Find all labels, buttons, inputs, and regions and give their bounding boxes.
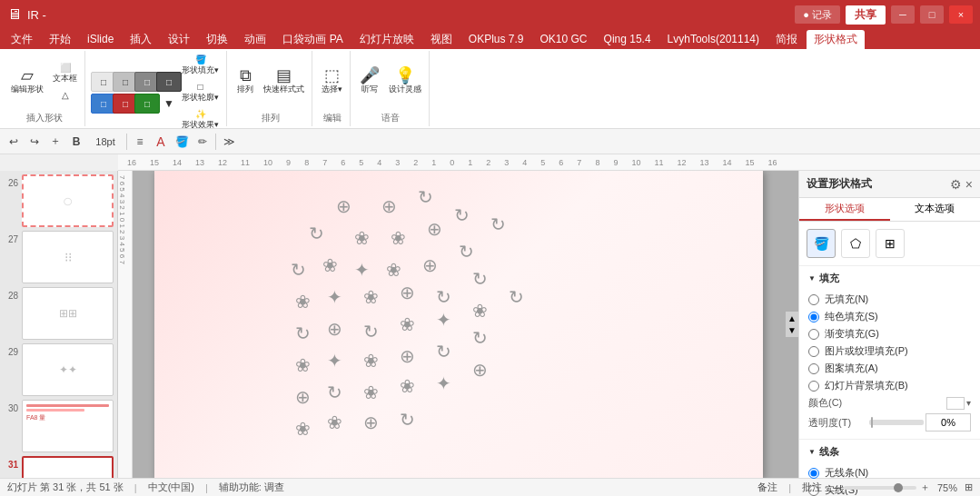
quick-styles-btn[interactable]: ▤ 快速样式式 xyxy=(260,55,308,109)
toolbar-line-color[interactable]: ✏ xyxy=(193,132,213,152)
canvas-shape-12[interactable]: ⊕ xyxy=(422,256,438,274)
canvas-area[interactable]: 7 6 5 4 3 2 1 0 1 2 3 4 5 6 7 ⊕⊕↻↻❀❀⊕↻↻❀… xyxy=(118,171,798,478)
canvas-shape-30[interactable]: ❀ xyxy=(363,352,379,370)
menu-brief[interactable]: 简报 xyxy=(768,30,805,49)
toolbar-align-left[interactable]: ≡ xyxy=(130,132,150,152)
canvas-shape-42[interactable]: ⊕ xyxy=(363,413,379,432)
canvas-shape-9[interactable]: ❀ xyxy=(322,256,338,274)
canvas-shape-38[interactable]: ✦ xyxy=(436,374,451,392)
menu-design[interactable]: 设计 xyxy=(161,30,197,49)
listen-btn[interactable]: 🎤 听写 xyxy=(356,55,383,109)
slide-thumb-26[interactable]: 26 ○ xyxy=(4,174,114,227)
canvas-shape-27[interactable]: ↻ xyxy=(509,288,524,306)
canvas-shape-2[interactable]: ↻ xyxy=(418,188,433,206)
solid-fill-radio[interactable] xyxy=(808,312,819,322)
slide-img-28[interactable]: ⊞⊞ xyxy=(22,287,114,340)
slide-thumb-28[interactable]: 28 ⊞⊞ xyxy=(4,287,114,340)
toolbar-redo[interactable]: ↪ xyxy=(25,132,45,152)
zoom-in-btn[interactable]: ＋ xyxy=(920,481,930,494)
toolbar-font-size[interactable]: 18pt xyxy=(87,132,124,152)
slide-thumb-27[interactable]: 27 ⁝⁝ xyxy=(4,231,114,283)
picture-fill-radio[interactable] xyxy=(808,346,819,357)
canvas-shape-37[interactable]: ❀ xyxy=(400,377,415,395)
canvas-shape-39[interactable]: ⊕ xyxy=(472,361,488,379)
notes-btn[interactable]: 备注 xyxy=(754,478,781,497)
canvas-shape-43[interactable]: ↻ xyxy=(400,411,415,429)
minimize-button[interactable]: ─ xyxy=(891,5,915,24)
menu-start[interactable]: 开始 xyxy=(42,30,78,49)
ribbon-text-box[interactable]: ⬜ 文本框 xyxy=(49,61,81,86)
record-button[interactable]: ● 记录 xyxy=(795,5,840,24)
fit-screen-btn[interactable]: ⊞ xyxy=(965,481,973,493)
slide-img-30[interactable]: FA8 量 xyxy=(22,400,114,452)
slide-thumb-31[interactable]: 31 ❀❀❀ xyxy=(4,456,114,478)
color-swatch[interactable] xyxy=(946,397,965,410)
menu-transition[interactable]: 切换 xyxy=(199,30,235,49)
transparency-slider[interactable] xyxy=(869,420,924,425)
panel-tab-shape[interactable]: 形状选项 xyxy=(799,198,890,221)
canvas-shape-22[interactable]: ⊕ xyxy=(327,320,342,338)
zoom-out-btn[interactable]: ─ xyxy=(833,482,840,493)
menu-file[interactable]: 文件 xyxy=(4,30,40,49)
slide-img-27[interactable]: ⁝⁝ xyxy=(22,231,114,283)
canvas-shape-7[interactable]: ↻ xyxy=(454,206,470,224)
canvas-shape-5[interactable]: ❀ xyxy=(391,229,406,247)
canvas-shape-40[interactable]: ❀ xyxy=(295,420,311,438)
panel-close-btn[interactable]: × xyxy=(965,177,973,192)
canvas-shape-11[interactable]: ❀ xyxy=(386,261,401,279)
menu-okplus[interactable]: OKPlus 7.9 xyxy=(461,31,531,47)
canvas-shape-14[interactable]: ↻ xyxy=(490,215,506,233)
close-button[interactable]: × xyxy=(949,5,973,24)
panel-icon-fill[interactable]: 🪣 xyxy=(807,229,836,258)
panel-settings-icon[interactable]: ⚙ xyxy=(950,177,962,192)
canvas-shape-19[interactable]: ↻ xyxy=(436,288,451,306)
toolbar-undo[interactable]: ↩ xyxy=(4,132,24,152)
canvas-shape-36[interactable]: ❀ xyxy=(363,383,379,402)
toolbar-more[interactable]: ≫ xyxy=(219,132,239,152)
canvas-shape-41[interactable]: ❀ xyxy=(327,413,342,432)
arrange-btn[interactable]: ⧉ 排列 xyxy=(233,55,258,109)
canvas-shape-25[interactable]: ✦ xyxy=(436,311,451,329)
slide-img-29[interactable]: ✦✦ xyxy=(22,343,114,396)
toolbar-bold[interactable]: B xyxy=(66,132,86,152)
share-button[interactable]: 共享 xyxy=(846,5,886,25)
canvas-shape-29[interactable]: ✦ xyxy=(327,352,342,370)
canvas-shape-33[interactable]: ↻ xyxy=(472,329,488,347)
menu-ok10[interactable]: OK10 GC xyxy=(533,31,595,47)
canvas-shape-6[interactable]: ⊕ xyxy=(427,220,442,238)
menu-animation[interactable]: 动画 xyxy=(237,30,273,49)
shape-outline-btn[interactable]: □ 形状轮廓▾ xyxy=(178,80,223,105)
canvas-shape-1[interactable]: ⊕ xyxy=(381,197,397,215)
pattern-fill-radio[interactable] xyxy=(808,363,819,374)
slide-panel[interactable]: 26 ○ 27 ⁝⁝ 28 ⊞⊞ 29 ✦✦ 30 xyxy=(0,171,118,478)
slide-thumb-30[interactable]: 30 FA8 量 xyxy=(4,400,114,452)
canvas-shape-3[interactable]: ↻ xyxy=(309,224,324,243)
menu-islide[interactable]: iSlide xyxy=(80,31,121,47)
menu-lvyh[interactable]: LvyhTools(201114) xyxy=(660,31,767,47)
slide-thumb-29[interactable]: 29 ✦✦ xyxy=(4,343,114,396)
design-btn[interactable]: 💡 设计灵感 xyxy=(385,55,425,109)
shape-fill-btn[interactable]: 🪣 形状填充▾ xyxy=(178,53,223,78)
slide-bg-fill-radio[interactable] xyxy=(808,381,819,392)
canvas-shape-26[interactable]: ❀ xyxy=(472,302,488,320)
canvas-shape-21[interactable]: ↻ xyxy=(295,324,311,342)
menu-slideshow[interactable]: 幻灯片放映 xyxy=(352,30,421,49)
canvas-shape-24[interactable]: ❀ xyxy=(400,315,415,333)
menu-shape-format[interactable]: 形状格式 xyxy=(807,30,865,49)
menu-qing[interactable]: Qing 15.4 xyxy=(597,31,658,47)
canvas-shape-23[interactable]: ↻ xyxy=(363,322,379,341)
canvas-shape-16[interactable]: ✦ xyxy=(327,288,342,306)
color-dropdown-btn[interactable]: ▾ xyxy=(966,398,971,408)
canvas-shape-4[interactable]: ❀ xyxy=(354,229,370,247)
canvas-shape-18[interactable]: ⊕ xyxy=(400,283,415,302)
canvas-shape-35[interactable]: ↻ xyxy=(327,383,342,402)
gradient-fill-radio[interactable] xyxy=(808,329,819,340)
comments-btn[interactable]: 批注 xyxy=(798,478,826,497)
canvas-shape-0[interactable]: ⊕ xyxy=(336,197,351,215)
canvas-shape-10[interactable]: ✦ xyxy=(354,261,370,279)
slide-canvas[interactable]: ⊕⊕↻↻❀❀⊕↻↻❀✦❀⊕↻↻❀✦❀⊕↻↻↻⊕↻❀✦❀↻❀✦❀⊕↻↻⊕↻❀❀✦⊕… xyxy=(154,171,763,478)
zoom-slider[interactable] xyxy=(844,486,916,490)
toolbar-shape-fill[interactable]: 🪣 xyxy=(172,132,192,152)
select-btn[interactable]: ⬚ 选择▾ xyxy=(318,55,346,109)
toolbar-color[interactable]: A xyxy=(151,132,171,152)
